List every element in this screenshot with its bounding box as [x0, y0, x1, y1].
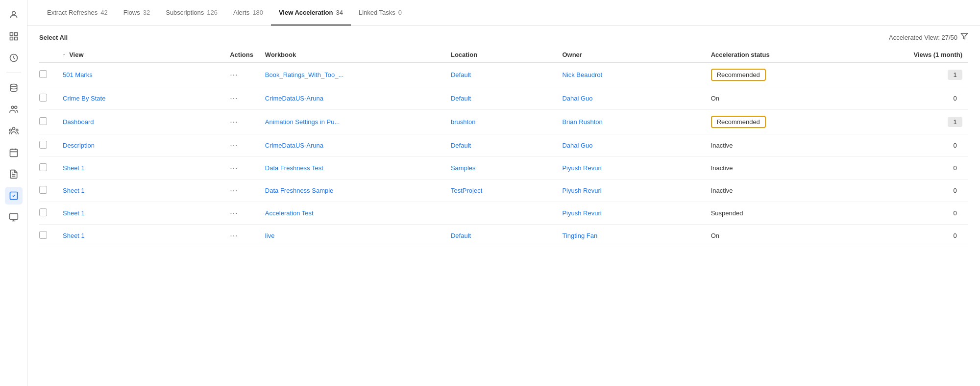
filter-icon[interactable]	[960, 32, 968, 42]
owner-link[interactable]: Nick Beaudrot	[562, 71, 602, 78]
view-link[interactable]: Dashboard	[63, 118, 94, 126]
owner-link[interactable]: Tingting Fan	[562, 232, 597, 239]
row-checkbox[interactable]	[39, 94, 47, 102]
status-badge: On	[711, 232, 719, 239]
workbook-link[interactable]: CrimeDataUS-Aruna	[265, 142, 323, 149]
svg-rect-3	[10, 37, 13, 40]
tab-extract-refreshes[interactable]: Extract Refreshes 42	[39, 0, 116, 26]
row-checkbox[interactable]	[39, 141, 47, 149]
view-link[interactable]: Sheet 1	[63, 164, 85, 172]
svg-point-11	[16, 129, 18, 131]
workbook-link[interactable]: Acceleration Test	[265, 209, 314, 217]
grid-icon[interactable]	[5, 27, 23, 45]
owner-link[interactable]: Dahai Guo	[562, 142, 592, 149]
view-link[interactable]: Description	[63, 142, 95, 149]
status-badge: Inactive	[711, 164, 733, 172]
actions-menu-button[interactable]: ···	[230, 71, 238, 79]
status-badge: Suspended	[711, 209, 743, 217]
tabs-bar: Extract Refreshes 42 Flows 32 Subscripti…	[27, 0, 980, 26]
location-link[interactable]: Default	[451, 95, 471, 102]
view-link[interactable]: Crime By State	[63, 95, 105, 102]
svg-rect-17	[9, 214, 18, 220]
database-icon[interactable]	[5, 79, 23, 97]
row-checkbox[interactable]	[39, 208, 47, 216]
actions-menu-button[interactable]: ···	[230, 209, 238, 217]
svg-point-7	[11, 106, 14, 108]
views-count: 0	[948, 185, 962, 196]
col-owner: Owner	[556, 47, 705, 63]
table-row: Dashboard···Animation Settings in Pu...b…	[39, 110, 968, 134]
workbook-link[interactable]: CrimeDataUS-Aruna	[265, 95, 323, 102]
col-workbook: Workbook	[259, 47, 445, 63]
workbook-link[interactable]: Animation Settings in Pu...	[265, 118, 340, 126]
row-checkbox[interactable]	[39, 70, 47, 78]
owner-link[interactable]: Piyush Revuri	[562, 164, 601, 172]
owner-link[interactable]: Piyush Revuri	[562, 209, 601, 217]
report-icon[interactable]	[5, 165, 23, 183]
location-link[interactable]: brushton	[451, 118, 476, 126]
svg-point-6	[10, 84, 17, 87]
view-link[interactable]: Sheet 1	[63, 232, 85, 239]
people-icon[interactable]	[5, 101, 23, 118]
table-row: Sheet 1···Data Freshness SampleTestProje…	[39, 180, 968, 202]
workbook-link[interactable]: Book_Ratings_With_Too_...	[265, 71, 343, 78]
row-checkbox[interactable]	[39, 186, 47, 194]
tab-alerts[interactable]: Alerts 180	[225, 0, 271, 26]
table-row: Crime By State···CrimeDataUS-ArunaDefaul…	[39, 87, 968, 110]
table-row: 501 Marks···Book_Ratings_With_Too_...Def…	[39, 63, 968, 87]
sidebar-divider-1	[6, 73, 21, 73]
actions-menu-button[interactable]: ···	[230, 164, 238, 172]
view-link[interactable]: Sheet 1	[63, 209, 85, 217]
location-link[interactable]: Default	[451, 71, 471, 78]
location-link[interactable]: Samples	[451, 164, 476, 172]
tab-subscriptions[interactable]: Subscriptions 126	[158, 0, 225, 26]
tab-view-acceleration[interactable]: View Acceleration 34	[271, 0, 351, 26]
status-badge: Inactive	[711, 142, 733, 149]
top-bar: Select All Accelerated View: 27/50	[39, 26, 968, 47]
location-link[interactable]: Default	[451, 232, 471, 239]
col-status: Acceleration status	[705, 47, 854, 63]
actions-menu-button[interactable]: ···	[230, 141, 238, 150]
workbook-link[interactable]: Data Freshness Sample	[265, 187, 333, 194]
owner-link[interactable]: Brian Rushton	[562, 118, 602, 126]
row-checkbox[interactable]	[39, 231, 47, 239]
workbook-link[interactable]: Data Freshness Test	[265, 164, 323, 172]
location-link[interactable]: TestProject	[451, 187, 482, 194]
clock-icon[interactable]	[5, 49, 23, 67]
main-content: Extract Refreshes 42 Flows 32 Subscripti…	[27, 0, 980, 386]
workbook-link[interactable]: live	[265, 232, 275, 239]
owner-link[interactable]: Piyush Revuri	[562, 187, 601, 194]
status-badge: Recommended	[711, 116, 766, 128]
monitor-icon[interactable]	[5, 208, 23, 226]
views-count: 0	[948, 208, 962, 218]
actions-menu-button[interactable]: ···	[230, 186, 238, 195]
svg-point-8	[14, 106, 17, 108]
row-checkbox[interactable]	[39, 117, 47, 125]
owner-link[interactable]: Dahai Guo	[562, 95, 592, 102]
view-link[interactable]: 501 Marks	[63, 71, 93, 78]
group-icon[interactable]	[5, 122, 23, 140]
table-row: Sheet 1···Data Freshness TestSamplesPiyu…	[39, 157, 968, 180]
col-view[interactable]: ↑ View	[57, 47, 224, 63]
row-checkbox[interactable]	[39, 163, 47, 171]
actions-menu-button[interactable]: ···	[230, 118, 238, 126]
calendar-icon[interactable]	[5, 144, 23, 161]
col-checkbox	[39, 47, 57, 63]
tasks-icon[interactable]	[5, 187, 23, 205]
tab-linked-tasks[interactable]: Linked Tasks 0	[351, 0, 410, 26]
select-all-button[interactable]: Select All	[39, 34, 68, 41]
views-count: 1	[948, 70, 962, 80]
location-link[interactable]: Default	[451, 142, 471, 149]
tab-flows[interactable]: Flows 32	[116, 0, 158, 26]
status-badge: On	[711, 95, 719, 102]
svg-point-9	[12, 128, 15, 130]
views-count: 1	[948, 117, 962, 127]
view-link[interactable]: Sheet 1	[63, 187, 85, 194]
table-row: Sheet 1···Acceleration TestPiyush Revuri…	[39, 202, 968, 225]
content-area: Select All Accelerated View: 27/50 ↑ Vie…	[27, 26, 980, 386]
user-icon[interactable]	[5, 6, 23, 24]
actions-menu-button[interactable]: ···	[230, 94, 238, 103]
sidebar	[0, 0, 27, 386]
actions-menu-button[interactable]: ···	[230, 232, 238, 240]
col-views: Views (1 month)	[854, 47, 968, 63]
